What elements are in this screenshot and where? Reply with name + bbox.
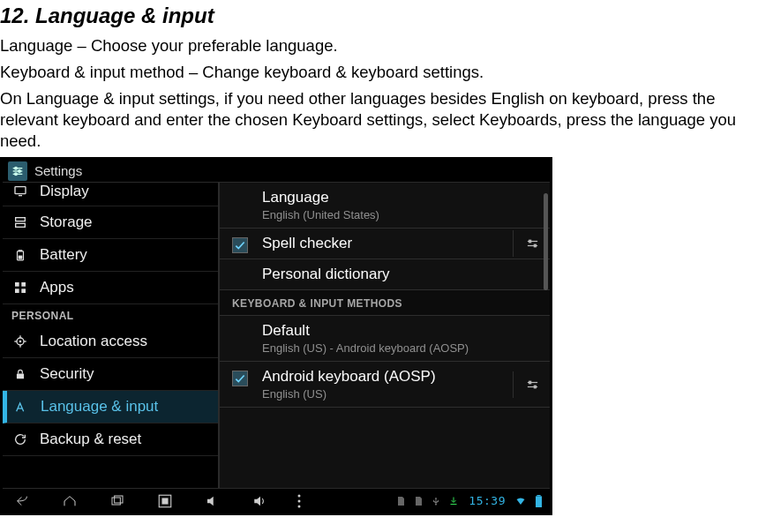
row-title: Default	[262, 322, 537, 340]
settings-sidebar: Display Storage Battery Apps P	[3, 183, 220, 488]
section-keyboard-methods: KEYBOARD & INPUT METHODS	[220, 290, 550, 316]
svg-rect-31	[529, 381, 531, 384]
sidebar-item-backup[interactable]: Backup & reset	[3, 423, 218, 456]
svg-point-38	[298, 499, 301, 502]
volume-down-button[interactable]	[199, 491, 227, 511]
overflow-menu-button[interactable]	[294, 491, 304, 511]
svg-rect-23	[17, 374, 24, 379]
display-icon	[11, 183, 29, 200]
sidebar-section-personal: PERSONAL	[3, 304, 218, 326]
recent-apps-button[interactable]	[103, 491, 131, 511]
svg-rect-16	[21, 289, 26, 294]
back-button[interactable]	[8, 491, 36, 511]
row-title: Personal dictionary	[262, 266, 537, 283]
sd-card-icon	[394, 495, 407, 507]
svg-rect-28	[534, 244, 536, 247]
svg-point-39	[298, 505, 301, 507]
sidebar-item-label: Apps	[40, 279, 74, 296]
svg-rect-14	[21, 282, 26, 287]
doc-line-2: Keyboard & input method – Change keyboar…	[0, 62, 758, 88]
svg-point-18	[19, 341, 20, 342]
volume-up-button[interactable]	[246, 491, 274, 511]
sidebar-item-label: Display	[40, 183, 89, 200]
settings-app-icon	[8, 161, 27, 181]
svg-rect-12	[19, 256, 23, 259]
apps-icon	[11, 279, 29, 296]
row-default-keyboard[interactable]: Default English (US) - Android keyboard …	[220, 316, 550, 362]
sidebar-item-battery[interactable]: Battery	[3, 239, 218, 272]
content-split: Display Storage Battery Apps P	[3, 183, 550, 488]
app-bar-title: Settings	[34, 163, 82, 178]
svg-rect-13	[15, 282, 19, 287]
sidebar-item-location[interactable]: Location access	[3, 326, 218, 358]
language-icon	[12, 398, 30, 416]
doc-line-3: On Language & input settings, if you nee…	[0, 88, 758, 157]
download-icon	[447, 495, 460, 507]
android-keyboard-checkbox[interactable]	[232, 371, 248, 386]
section-heading: 12. Language & input	[0, 0, 758, 35]
sidebar-item-label: Location access	[40, 333, 147, 350]
doc-line-1: Language – Choose your preferable langua…	[0, 35, 758, 62]
home-button[interactable]	[56, 491, 84, 511]
location-icon	[11, 333, 29, 350]
svg-rect-27	[529, 240, 531, 243]
detail-pane: Language English (United States) Spell c…	[220, 183, 550, 488]
svg-rect-9	[16, 224, 26, 228]
svg-rect-34	[115, 496, 123, 503]
status-tray: 15:39	[394, 494, 544, 507]
svg-rect-40	[537, 495, 540, 496]
sidebar-item-language[interactable]: Language & input	[3, 391, 218, 423]
backup-icon	[11, 431, 29, 448]
sidebar-item-storage[interactable]: Storage	[3, 206, 218, 239]
android-screenshot: Settings Display Storage Battery	[0, 157, 552, 515]
svg-rect-41	[536, 496, 542, 507]
screenshot-button[interactable]	[151, 491, 179, 511]
svg-rect-33	[112, 498, 120, 505]
sd-card-icon-2	[412, 495, 424, 507]
sidebar-item-label: Battery	[40, 246, 87, 264]
svg-rect-32	[534, 386, 536, 388]
row-spell-checker[interactable]: Spell checker	[220, 229, 550, 259]
row-title: Language	[262, 189, 537, 206]
system-navbar: 15:39	[3, 488, 550, 513]
sidebar-item-label: Language & input	[41, 398, 158, 416]
svg-point-4	[19, 169, 21, 172]
lock-icon	[11, 365, 29, 383]
android-keyboard-settings-button[interactable]	[513, 371, 539, 398]
sidebar-item-apps[interactable]: Apps	[3, 272, 218, 304]
svg-rect-7	[19, 195, 22, 196]
row-subtitle: English (US)	[262, 387, 537, 401]
svg-point-3	[15, 167, 18, 169]
row-android-keyboard[interactable]: Android keyboard (AOSP) English (US)	[220, 362, 550, 408]
row-title: Android keyboard (AOSP)	[262, 368, 537, 386]
spell-checker-settings-button[interactable]	[513, 230, 539, 257]
row-language[interactable]: Language English (United States)	[220, 183, 550, 229]
sidebar-item-label: Backup & reset	[40, 431, 141, 448]
row-title: Spell checker	[262, 235, 537, 252]
spell-checker-checkbox[interactable]	[232, 237, 248, 253]
row-subtitle: English (United States)	[262, 208, 537, 221]
row-subtitle: English (US) - Android keyboard (AOSP)	[262, 341, 537, 355]
svg-rect-15	[15, 289, 19, 294]
svg-point-5	[15, 173, 18, 176]
app-bar: Settings	[3, 160, 550, 183]
sidebar-item-label: Storage	[40, 214, 93, 231]
svg-rect-36	[162, 498, 168, 504]
wifi-icon	[514, 495, 527, 507]
scrollbar-thumb[interactable]	[544, 193, 548, 290]
row-cutoff	[220, 479, 550, 488]
sidebar-item-security[interactable]: Security	[3, 358, 218, 391]
row-personal-dictionary[interactable]: Personal dictionary	[220, 259, 550, 290]
battery-status-icon	[532, 495, 544, 507]
storage-icon	[11, 214, 29, 231]
svg-rect-8	[16, 218, 26, 221]
svg-rect-6	[15, 187, 26, 194]
battery-icon	[11, 246, 29, 264]
sidebar-item-label: Security	[40, 365, 94, 383]
clock-text: 15:39	[469, 494, 506, 507]
svg-point-37	[298, 494, 301, 497]
usb-icon	[430, 495, 442, 507]
sidebar-item-display[interactable]: Display	[3, 183, 218, 206]
